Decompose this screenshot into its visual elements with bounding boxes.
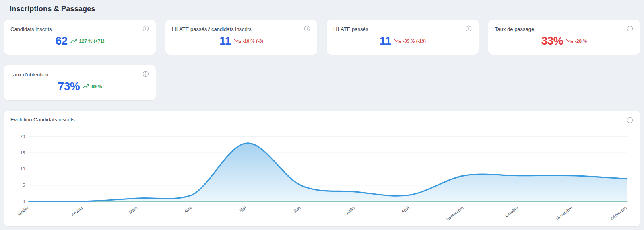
kpi-value: 73% [58,80,80,93]
svg-text:0: 0 [23,199,25,204]
kpi-card-title: LILATE passés [333,25,368,32]
svg-text:Mars: Mars [128,205,138,215]
svg-text:15: 15 [20,151,25,155]
kpi-card-taux-obtention: Taux d'obtention 73% 69 % [4,65,156,100]
trend-text: -39 % (-19) [403,39,426,43]
kpi-card-lilate-passes-candidats: LILATE passés / candidats inscrits 11 -1… [165,20,317,55]
trend-text: 69 % [91,84,102,89]
evolution-chart[interactable]: 05101520JanvierFévrierMarsAvrilMaiJuinJu… [10,129,634,223]
info-icon[interactable] [626,25,634,32]
trend-indicator: -39 % (-19) [394,39,426,43]
trend-indicator: -10 % (-3) [234,39,263,43]
svg-text:Octobre: Octobre [504,205,519,218]
trend-indicator: -28 % [566,39,587,43]
trend-arrow-icon [83,84,89,89]
kpi-value: 11 [380,35,391,47]
svg-text:20: 20 [20,134,25,139]
svg-text:Septembre: Septembre [446,205,464,222]
kpi-value: 33% [541,35,564,47]
kpi-card-title: Candidats inscrits [10,25,52,32]
info-icon[interactable] [303,25,311,32]
svg-text:Avril: Avril [184,205,193,214]
svg-text:Juin: Juin [293,205,301,214]
kpi-value: 62 [55,35,67,47]
kpi-value: 11 [219,35,231,47]
area-chart-canvas[interactable]: 05101520JanvierFévrierMarsAvrilMaiJuinJu… [10,129,634,223]
info-icon[interactable] [142,70,149,78]
svg-text:Janvier: Janvier [16,205,30,218]
svg-text:Novembre: Novembre [555,205,573,221]
trend-arrow-icon [234,39,241,43]
svg-text:Mai: Mai [239,205,247,213]
kpi-card-lilate-passes: LILATE passés 11 -39 % (-19) [327,20,479,55]
trend-arrow-icon [70,39,77,43]
chart-title: Evolution Candidats inscrits [10,117,75,123]
svg-text:Août: Août [400,205,410,214]
page-title: Inscriptions & Passages [4,3,640,20]
svg-text:10: 10 [20,167,25,171]
svg-text:5: 5 [23,183,25,187]
trend-text: -28 % [575,39,587,43]
info-icon[interactable] [465,25,472,32]
kpi-cards-grid: Candidats inscrits 62 127 % (+71) LILATE… [4,20,640,100]
dashboard-page: Inscriptions & Passages Candidats inscri… [0,0,644,226]
kpi-card-title: LILATE passés / candidats inscrits [172,25,252,32]
trend-text: 127 % (+71) [79,39,105,43]
evolution-chart-card: Evolution Candidats inscrits 05101520Jan… [4,111,640,226]
trend-text: -10 % (-3) [243,39,263,43]
info-icon[interactable] [142,25,149,32]
kpi-card-title: Taux de passage [495,25,534,32]
svg-text:Février: Février [71,205,84,217]
svg-text:Décembre: Décembre [610,205,628,221]
svg-text:Juillet: Juillet [345,205,356,216]
trend-arrow-icon [394,39,401,43]
info-icon[interactable] [626,117,634,124]
kpi-card-title: Taux d'obtention [10,70,48,78]
kpi-card-candidats-inscrits: Candidats inscrits 62 127 % (+71) [4,20,156,55]
trend-indicator: 69 % [83,84,102,89]
trend-arrow-icon [566,39,573,43]
kpi-card-taux-de-passage: Taux de passage 33% -28 % [488,20,640,55]
trend-indicator: 127 % (+71) [70,39,105,43]
